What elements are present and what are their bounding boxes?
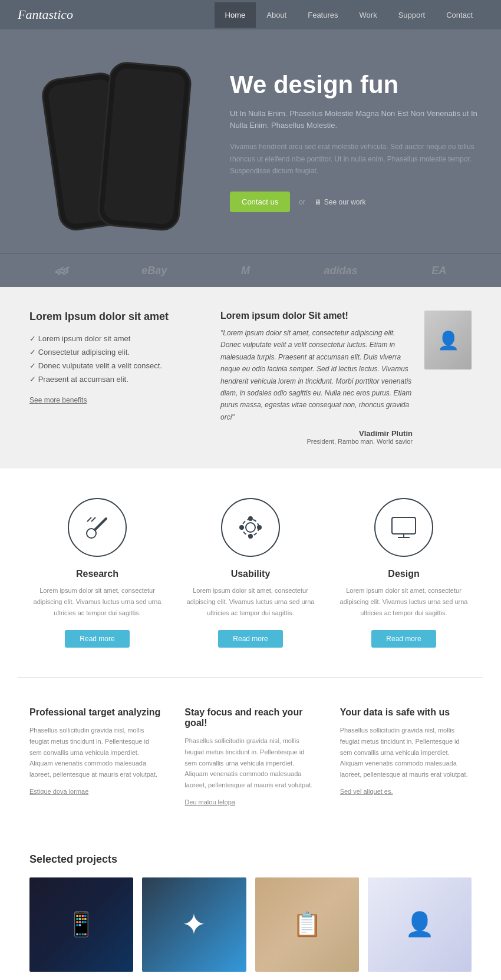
hero-body: Vivamus hendrerit arcu sed erat molestie… [230,141,483,177]
avatar-image: 👤 [424,311,472,369]
svg-point-8 [240,526,243,529]
readmore-button-research[interactable]: Read more [65,630,129,648]
target-link-3[interactable]: Sed vel aliquet es. [340,788,393,795]
brand-logo-ea: EA [431,265,446,277]
nav-link-work[interactable]: Work [349,2,388,28]
target-desc-3: Phasellus sollicitudin gravida nisl, mol… [340,725,472,780]
phone-screen-front [103,68,186,225]
feature-desc-design: Lorem ipsum dolor sit amet, consectetur … [333,585,474,618]
brand-logo-mcdonalds: M [241,265,250,277]
list-item: Lorem ipsum dolor sit amet [29,332,197,345]
testimonial-title: Lorem ipsum dolor Sit amet! [220,311,413,321]
target-desc-1: Phasellus sollicitudin gravida nisl, mol… [29,725,161,780]
target-col-2: Stay focus and reach your goal! Phasellu… [184,707,316,806]
hero-actions: Contact us or 🖥 See our work [230,192,483,212]
feature-card-usability: Usability Lorem ipsum dolor sit amet, co… [180,498,321,648]
svg-line-2 [91,517,95,522]
gear-icon [236,513,265,542]
list-item: Praesent at accumsan elit. [29,372,197,386]
brand-logo-custom: 🏎 [55,263,68,278]
target-desc-2: Phasellus sollicitudin gravida nisl, mol… [184,735,316,790]
list-item: Donec vulputate velit a velit consect. [29,359,197,372]
svg-line-1 [95,519,106,530]
readmore-button-usability[interactable]: Read more [218,630,282,648]
feature-card-design: Design Lorem ipsum dolor sit amet, conse… [333,498,474,648]
svg-point-7 [249,534,252,538]
brand-logo-ebay: eBay [141,265,167,277]
target-title-3: Your data is safe with us [340,707,472,718]
nav-link-support[interactable]: Support [388,2,436,28]
nav-link-features[interactable]: Features [297,2,348,28]
feature-title-usability: Usability [180,569,321,579]
usability-icon-circle [221,498,280,557]
see-more-button[interactable]: See more benefits [29,396,87,404]
research-icon-circle [68,498,127,557]
info-left: Lorem Ipsum dolor sit amet Lorem ipsum d… [29,311,197,445]
testimonial-text: "Lorem ipsum dolor sit amet, consectetur… [220,327,413,423]
nav-links: Home About Features Work Support Contact [215,2,483,28]
info-left-title: Lorem Ipsum dolor sit amet [29,311,197,323]
target-col-1: Professional target analyzing Phasellus … [29,707,161,806]
target-link-2[interactable]: Deu malou lelopa [184,798,235,806]
svg-point-5 [242,519,259,536]
feature-desc-research: Lorem ipsum dolor sit amet, consectetur … [27,585,168,618]
project-item-4[interactable]: 👤 [368,877,472,972]
hero-content: We design fun Ut In Nulla Enim. Phasellu… [218,71,483,213]
project-image-3: 📋 [255,877,359,972]
project-image-4: 👤 [368,877,472,972]
target-col-3: Your data is safe with us Phasellus soll… [340,707,472,806]
svg-line-3 [87,517,91,522]
contact-button[interactable]: Contact us [230,192,290,212]
design-icon-circle [374,498,433,557]
testimonial-author: Vladimir Plutin [220,429,413,438]
nav-link-contact[interactable]: Contact [436,2,483,28]
svg-rect-10 [392,517,416,534]
see-our-work-link[interactable]: 🖥 See our work [314,198,366,206]
info-right: Lorem ipsum dolor Sit amet! "Lorem ipsum… [220,311,472,445]
svg-point-9 [258,526,261,529]
brand-logo-adidas: adidas [324,265,358,277]
hero-section: We design fun Ut In Nulla Enim. Phasellu… [0,29,501,253]
site-logo: Fantastico [18,7,215,22]
projects-grid: 📱 ✦ 📋 👤 [29,877,472,972]
info-section: Lorem Ipsum dolor sit amet Lorem ipsum d… [0,287,501,468]
target-section: Professional target analyzing Phasellus … [0,678,501,835]
list-item: Consectetur adipiscing elit. [29,345,197,359]
testimonial: Lorem ipsum dolor Sit amet! "Lorem ipsum… [220,311,413,445]
brands-bar: 🏎 eBay M adidas EA [0,253,501,287]
projects-title: Selected projects [29,853,472,866]
svg-point-6 [249,517,252,520]
target-title-1: Professional target analyzing [29,707,161,718]
testimonial-avatar: 👤 [424,311,472,369]
target-link-1[interactable]: Estique dova lormae [29,788,88,795]
projects-section: Selected projects 📱 ✦ 📋 👤 [0,836,501,980]
feature-title-design: Design [333,569,474,579]
hero-phones [18,53,218,230]
hero-or-label: or [299,198,305,206]
project-item-1[interactable]: 📱 [29,877,133,972]
testimonial-role: President, Rambo man. World savior [220,438,413,445]
navbar: Fantastico Home About Features Work Supp… [0,0,501,29]
project-item-3[interactable]: 📋 [255,877,359,972]
nav-link-home[interactable]: Home [215,2,256,28]
feature-card-research: Research Lorem ipsum dolor sit amet, con… [27,498,168,648]
phone-front [96,61,193,232]
checklist: Lorem ipsum dolor sit amet Consectetur a… [29,332,197,386]
feature-desc-usability: Lorem ipsum dolor sit amet, consectetur … [180,585,321,618]
target-title-2: Stay focus and reach your goal! [184,707,316,728]
nav-link-about[interactable]: About [256,2,297,28]
project-image-1: 📱 [29,877,133,972]
readmore-button-design[interactable]: Read more [371,630,436,648]
features-section: Research Lorem ipsum dolor sit amet, con… [0,468,501,677]
hero-subtitle: Ut In Nulla Enim. Phasellus Molestie Mag… [230,108,483,133]
hero-title: We design fun [230,71,483,99]
see-our-work-label: See our work [324,198,366,206]
monitor-icon [389,513,418,542]
feature-title-research: Research [27,569,168,579]
wrench-icon [83,513,112,542]
svg-point-4 [246,523,255,532]
project-item-2[interactable]: ✦ [142,877,246,972]
monitor-icon: 🖥 [314,198,321,206]
project-image-2: ✦ [142,877,246,972]
